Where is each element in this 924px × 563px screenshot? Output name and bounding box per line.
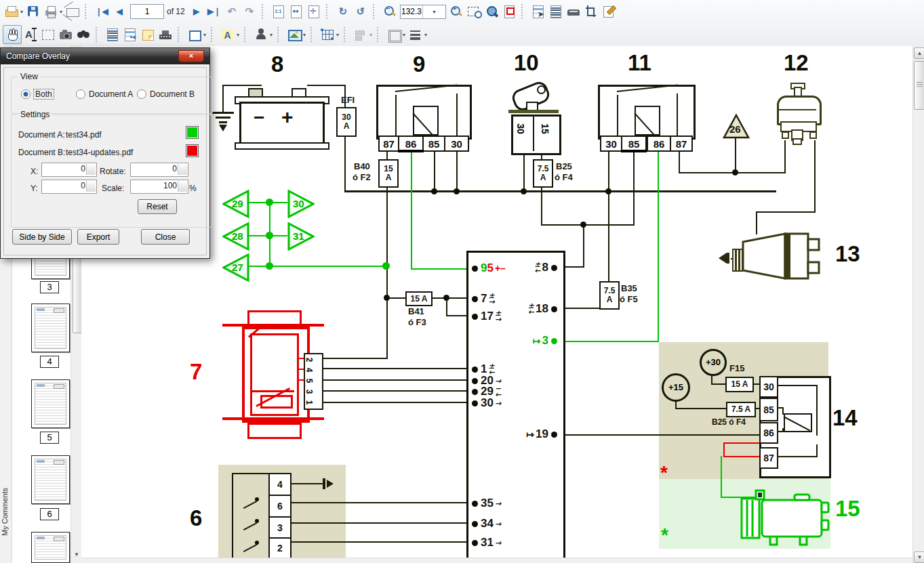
sticky-note-button[interactable] [139,26,157,43]
toolbar-handle[interactable] [262,4,266,19]
rectangle-tool-dropdown[interactable]: ▾ [203,32,206,38]
doc-a-color-swatch[interactable] [186,126,199,139]
open-dropdown[interactable]: ▾ [20,9,23,15]
next-view-button[interactable]: ↷ [241,3,258,20]
thumbnail-label-4[interactable]: 4 [40,356,59,368]
thumbnail-page-6[interactable] [31,455,70,504]
toolbar-handle[interactable] [277,27,282,42]
vertical-scrollbar[interactable]: ▲ ▼ [912,46,924,563]
open-button[interactable] [3,3,20,20]
toolbar-handle[interactable] [377,27,382,42]
frame-tool-dropdown[interactable]: ▾ [403,32,405,38]
y-spinner[interactable] [86,181,96,192]
radio-document-b[interactable]: Document B [137,89,195,99]
image-tool-button[interactable] [285,26,303,43]
export-button[interactable]: Export [77,229,119,245]
comments-list-button[interactable] [104,26,121,43]
reset-button[interactable]: Reset [138,199,177,214]
my-comments-tab[interactable]: My Comments [1,488,9,536]
print-dropdown[interactable]: ▾ [60,9,62,15]
highlight-text-button[interactable]: A [219,26,237,43]
side-by-side-button[interactable]: Side by Side [12,229,72,245]
print-button[interactable] [42,3,60,20]
actual-size-button[interactable]: 1:1 [270,3,287,20]
thumbnail-page-7[interactable] [31,532,70,563]
rotate-cw-button[interactable]: ↻ [334,3,352,20]
toolbar-handle[interactable] [310,27,315,42]
rotate-ccw-button[interactable]: ↺ [352,3,369,20]
select-text-button[interactable]: A [22,26,39,43]
zoom-dropdown-icon[interactable]: ▾ [422,5,445,18]
toolbar-handle[interactable] [373,4,378,19]
snapshot-button[interactable] [57,26,75,43]
thumbnail-page-5[interactable] [31,379,70,428]
thumbnail-label-6[interactable]: 6 [40,508,59,520]
toolbar-handle[interactable] [96,27,100,42]
horizontal-scrollbar[interactable] [81,558,912,563]
export-comments-button[interactable]: ↪ [121,26,139,43]
radio-document-a[interactable]: Document A [76,89,133,99]
select-comments-button[interactable]: ➤ [529,3,547,20]
email-button[interactable] [64,3,81,20]
scale-spinner[interactable] [178,181,187,192]
stamp-tool-dropdown[interactable]: ▾ [270,32,273,38]
thumbnail-label-5[interactable]: 5 [40,432,59,444]
first-page-button[interactable]: ❘◀ [93,3,111,20]
rectangle-tool-button[interactable] [186,26,203,43]
select-region-button[interactable] [39,26,57,43]
edit-content-button[interactable] [600,3,618,20]
summarize-comments-button[interactable] [547,3,565,20]
close-button[interactable]: Close [141,229,190,245]
thumbnail-scroll-down-icon[interactable]: ▼ [73,551,81,559]
search-button[interactable] [75,26,92,43]
distribute-tool-dropdown[interactable]: ▾ [369,32,372,38]
rotate-input[interactable]: 0 [130,163,188,177]
zoom-out-button[interactable]: − [381,3,399,20]
grid-tool-dropdown[interactable]: ▾ [336,32,339,38]
x-input[interactable]: 0 [41,163,97,177]
line-style-dropdown[interactable]: ▾ [424,32,427,38]
crop-button[interactable] [582,3,600,20]
toolbar-handle[interactable] [326,4,331,19]
scale-input[interactable]: 100 [130,180,188,194]
distribute-tool-button[interactable] [352,26,369,43]
scroll-down-icon[interactable]: ▼ [914,551,924,563]
toolbar-handle[interactable] [344,27,348,42]
scroll-up-icon[interactable]: ▲ [914,47,924,59]
toolbar-handle[interactable] [244,27,249,42]
last-page-button[interactable]: ▶❘ [205,3,223,20]
scanner-button[interactable] [565,3,582,20]
pan-zoom-button[interactable] [500,3,518,20]
typewriter-button[interactable] [157,26,174,43]
x-spinner[interactable] [86,164,96,175]
save-button[interactable] [24,3,42,20]
vertical-scrollbar-thumb[interactable] [914,61,924,110]
next-page-button[interactable]: ▶ [188,3,205,20]
line-style-button[interactable] [407,26,424,43]
y-input[interactable]: 0 [41,180,97,194]
fit-page-button[interactable]: ✛ [305,3,323,20]
thumbnail-label-3[interactable]: 3 [40,281,59,293]
dialog-titlebar[interactable]: Compare Overlay × [1,48,209,64]
page-number-input[interactable] [130,4,164,19]
grid-tool-button[interactable] [319,26,336,43]
marquee-zoom-button[interactable] [465,3,483,20]
doc-b-color-swatch[interactable] [186,144,199,157]
thumbnail-scrollbar-thumb[interactable] [73,254,82,333]
zoom-level-combo[interactable]: 132.3▾ [400,5,446,19]
toolbar-handle[interactable] [211,27,216,42]
hand-tool-button[interactable] [3,25,22,44]
fit-width-button[interactable]: ↔ [287,3,305,20]
toolbar-handle[interactable] [521,4,526,19]
image-tool-dropdown[interactable]: ▾ [303,32,306,38]
frame-tool-button[interactable] [385,26,403,43]
stamp-tool-button[interactable] [252,26,270,43]
thumbnail-page-4[interactable] [31,304,70,352]
radio-both[interactable]: Both [21,89,54,99]
toolbar-handle[interactable] [85,4,89,19]
close-icon[interactable]: × [178,50,204,62]
previous-page-button[interactable]: ◀ [111,3,128,20]
zoom-in-button[interactable]: + [447,3,465,20]
highlight-text-dropdown[interactable]: ▾ [237,32,239,38]
rotate-spinner[interactable] [178,164,187,175]
